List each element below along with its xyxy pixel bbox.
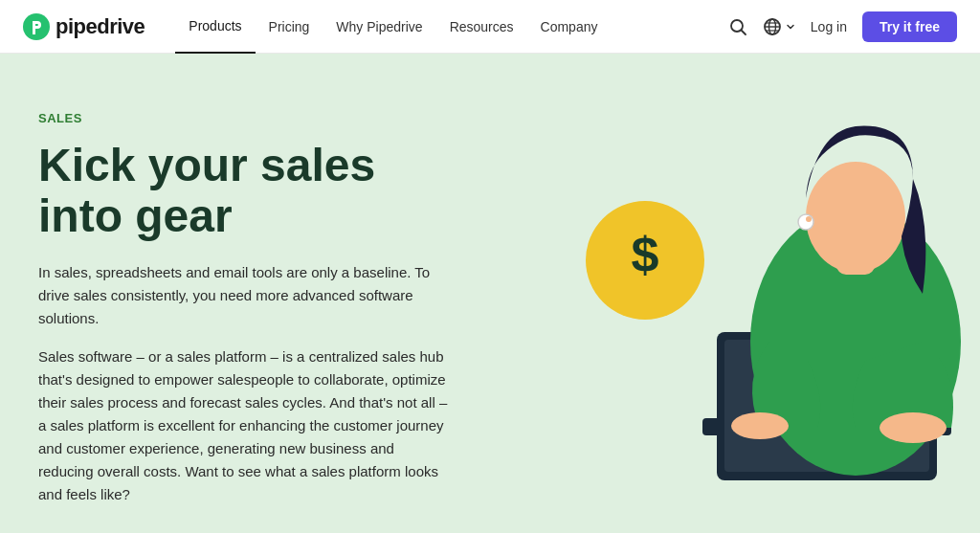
login-button[interactable]: Log in xyxy=(811,19,847,34)
nav-why-pipedrive[interactable]: Why Pipedrive xyxy=(323,0,435,54)
nav-products[interactable]: Products xyxy=(175,0,255,54)
nav-right: Log in Try it free xyxy=(728,11,957,42)
svg-point-17 xyxy=(806,216,812,222)
hero-description-2: Sales software – or a sales platform – i… xyxy=(38,345,450,506)
chevron-down-icon xyxy=(786,22,795,32)
hero-illustration: $ xyxy=(444,74,980,533)
svg-point-16 xyxy=(798,214,813,230)
logo-icon xyxy=(23,13,50,40)
nav-company[interactable]: Company xyxy=(527,0,612,54)
hero-label: SALES xyxy=(38,111,450,125)
nav-resources[interactable]: Resources xyxy=(436,0,527,54)
globe-language-button[interactable] xyxy=(763,17,795,36)
try-free-nav-button[interactable]: Try it free xyxy=(862,11,957,42)
svg-text:$: $ xyxy=(632,227,659,282)
search-icon[interactable] xyxy=(728,17,747,36)
hero-section: SALES Kick your sales into gear In sales… xyxy=(0,54,980,533)
hero-title: Kick your sales into gear xyxy=(38,141,450,242)
svg-line-2 xyxy=(741,30,746,34)
svg-point-18 xyxy=(880,412,947,443)
nav-pricing[interactable]: Pricing xyxy=(256,0,323,54)
hero-content: SALES Kick your sales into gear In sales… xyxy=(38,111,450,533)
hero-description-1: In sales, spreadsheets and email tools a… xyxy=(38,261,450,330)
svg-point-19 xyxy=(731,412,789,439)
logo[interactable]: pipedrive xyxy=(23,13,145,40)
svg-point-15 xyxy=(806,162,905,273)
nav-links: Products Pricing Why Pipedrive Resources… xyxy=(175,0,728,54)
navbar: pipedrive Products Pricing Why Pipedrive… xyxy=(0,0,980,54)
logo-text: pipedrive xyxy=(56,14,145,39)
globe-icon xyxy=(763,17,782,36)
